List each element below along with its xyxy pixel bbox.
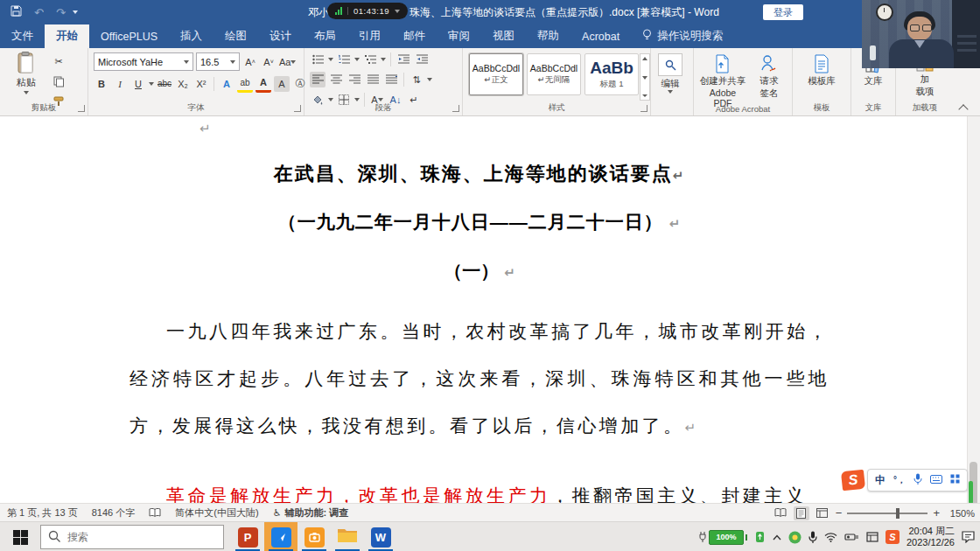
tab-help[interactable]: 帮助	[526, 24, 570, 48]
network-wifi-icon[interactable]	[824, 532, 837, 542]
taskbar-active-app[interactable]	[264, 522, 298, 551]
page-indicator[interactable]: 第 1 页, 共 13 页	[0, 504, 85, 522]
zoom-slider[interactable]	[847, 513, 928, 514]
action-center-icon[interactable]	[962, 531, 975, 543]
sign-in-button[interactable]: 登录	[763, 4, 803, 20]
tab-mailings[interactable]: 邮件	[392, 24, 437, 48]
vertical-scrollbar[interactable]	[967, 115, 980, 503]
strikethrough-button[interactable]: abc	[157, 76, 172, 92]
text-effects-button[interactable]: A	[219, 76, 234, 92]
change-case-button[interactable]: Aa	[279, 54, 296, 70]
sogou-tools-icon[interactable]	[950, 474, 960, 486]
language-indicator[interactable]: 简体中文(中国大陆)	[168, 504, 265, 522]
tab-view[interactable]: 视图	[481, 24, 526, 48]
align-left-button[interactable]	[310, 72, 326, 87]
underline-button[interactable]: U	[130, 76, 146, 92]
create-share-pdf-button[interactable]: 创建并共享 Adobe PDF	[699, 54, 746, 108]
webcam-overlay[interactable]	[862, 0, 980, 68]
tell-me-search[interactable]: 操作说明搜索	[631, 24, 734, 48]
align-right-button[interactable]	[346, 72, 362, 87]
numbered-caret-icon[interactable]	[354, 58, 360, 61]
taskbar-file-explorer[interactable]	[331, 522, 364, 551]
borders-caret-icon[interactable]	[354, 98, 360, 101]
decrease-indent-icon[interactable]	[396, 52, 411, 67]
character-shading-button[interactable]: A	[274, 76, 290, 92]
chinese-mode-button[interactable]: 中	[875, 473, 886, 488]
print-layout-button[interactable]	[794, 506, 809, 520]
tab-home[interactable]: 开始	[45, 24, 89, 48]
taskbar-recorder[interactable]	[298, 522, 331, 551]
save-icon[interactable]	[10, 5, 22, 19]
bullet-caret-icon[interactable]	[328, 58, 333, 61]
subscript-button[interactable]: X₂	[175, 76, 191, 92]
usb-device-icon[interactable]	[754, 531, 766, 543]
tab-officeplus[interactable]: OfficePLUS	[89, 24, 169, 48]
tab-design[interactable]: 设计	[258, 24, 303, 48]
underline-caret-icon[interactable]	[149, 82, 154, 86]
gallery-more-icon[interactable]	[642, 94, 648, 97]
style-no-spacing[interactable]: AaBbCcDdl ↵无间隔	[527, 53, 581, 95]
taskbar-search[interactable]	[40, 525, 224, 549]
qat-customize-caret-icon[interactable]	[73, 10, 78, 14]
font-name-select[interactable]: Microsoft YaHe	[94, 52, 193, 71]
scroll-up-icon[interactable]	[642, 57, 648, 60]
redo-icon[interactable]: ↷	[56, 6, 66, 19]
tab-insert[interactable]: 插入	[169, 24, 214, 48]
tab-layout[interactable]: 布局	[303, 24, 347, 48]
bold-button[interactable]: B	[94, 76, 109, 92]
editing-button[interactable]: 编辑	[658, 53, 682, 94]
undo-icon[interactable]: ↶	[34, 6, 44, 19]
microphone-icon[interactable]	[808, 531, 817, 543]
shading-caret-icon[interactable]	[328, 98, 333, 101]
collapse-ribbon-button[interactable]	[959, 103, 968, 112]
shrink-font-button[interactable]: A˅	[261, 54, 276, 70]
read-mode-button[interactable]	[773, 506, 788, 520]
paragraph-dialog-launcher[interactable]	[452, 105, 459, 112]
document-area[interactable]: ↵ 在武昌、深圳、珠海、上海等地的谈话要点↵ （一九九二年一月十八日——二月二十…	[0, 115, 980, 503]
tab-acrobat[interactable]: Acrobat	[570, 24, 631, 48]
numbered-list-icon[interactable]	[336, 52, 352, 67]
taskbar-powerpoint[interactable]: P	[231, 522, 264, 551]
line-spacing-caret-icon[interactable]	[427, 78, 432, 81]
search-input[interactable]	[66, 530, 183, 544]
font-dialog-launcher[interactable]	[294, 105, 301, 112]
start-button[interactable]	[0, 522, 40, 551]
zoom-out-button[interactable]: −	[836, 506, 843, 520]
tab-references[interactable]: 引用	[347, 24, 392, 48]
style-normal[interactable]: AaBbCcDdl ↵正文	[469, 53, 523, 95]
request-signatures-button[interactable]: 请求 签名	[752, 54, 787, 98]
line-spacing-button[interactable]: ⇅	[409, 72, 424, 87]
word-count[interactable]: 8146 个字	[85, 504, 143, 522]
superscript-button[interactable]: X²	[193, 76, 209, 92]
punctuation-button[interactable]: °，	[893, 474, 906, 486]
projector-device-icon[interactable]	[844, 532, 859, 542]
bullet-list-icon[interactable]	[310, 52, 326, 67]
battery-indicator[interactable]: 100%	[698, 530, 747, 545]
styles-dialog-launcher[interactable]	[640, 105, 648, 112]
distribute-button[interactable]	[383, 72, 399, 87]
copy-icon[interactable]	[51, 73, 66, 89]
show-hidden-icons-caret[interactable]	[773, 534, 781, 541]
zoom-slider-thumb[interactable]	[896, 508, 900, 519]
scroll-down-icon[interactable]	[642, 76, 648, 80]
multilevel-list-icon[interactable]	[362, 52, 378, 67]
virtual-desktop-icon[interactable]	[866, 532, 878, 542]
font-color-button[interactable]: A	[256, 74, 271, 93]
multilevel-caret-icon[interactable]	[381, 58, 386, 61]
paste-button[interactable]: 粘贴	[7, 52, 46, 102]
soft-keyboard-icon[interactable]	[930, 474, 942, 486]
tab-file[interactable]: 文件	[0, 24, 45, 48]
timer-caret-icon[interactable]	[395, 10, 400, 13]
zoom-level[interactable]: 150%	[945, 508, 975, 519]
proofing-status[interactable]	[142, 504, 168, 522]
clipboard-dialog-launcher[interactable]	[78, 105, 85, 112]
tab-review[interactable]: 审阅	[437, 24, 481, 48]
recording-timer-pill[interactable]: 01:43:19	[327, 3, 408, 19]
sogou-logo-icon[interactable]: S	[841, 470, 865, 492]
voice-input-icon[interactable]	[914, 473, 922, 487]
grow-font-button[interactable]: A˄	[242, 54, 258, 70]
taskbar-word[interactable]: W	[364, 522, 397, 551]
accessibility-status[interactable]: ♿ 辅助功能: 调查	[266, 504, 356, 522]
cut-icon[interactable]: ✂	[51, 53, 66, 69]
styles-gallery-scroll[interactable]	[640, 53, 650, 101]
